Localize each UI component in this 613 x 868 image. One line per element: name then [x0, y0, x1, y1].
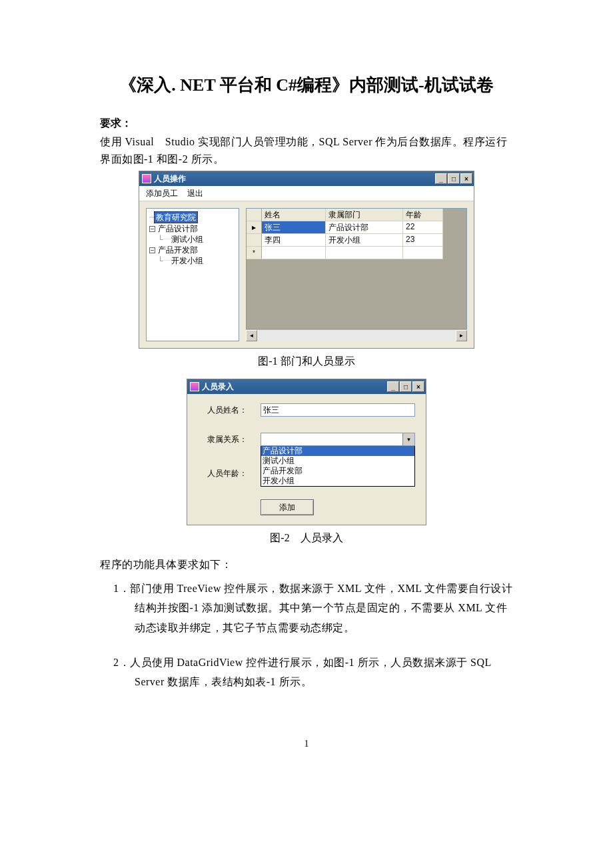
- form-body: 人员姓名： 张三 隶属关系： ▼ 产品设计部 测试小组 产品开发部 开发小组: [187, 394, 426, 525]
- person-grid[interactable]: 姓名 隶属部门 年龄 张三 产品设计部 22 李四 开发小组 23: [246, 208, 467, 329]
- department-tree[interactable]: ┈教育研究院 –产品设计部 └┈测试小组 –产品开发部 └┈开发小组: [146, 208, 239, 341]
- figure1-caption: 图-1 部门和人员显示: [100, 355, 513, 369]
- window-title: 人员录入: [202, 381, 386, 393]
- maximize-button[interactable]: □: [448, 173, 460, 184]
- scroll-right-button[interactable]: ►: [456, 330, 467, 341]
- grid-wrap: 姓名 隶属部门 年龄 张三 产品设计部 22 李四 开发小组 23: [246, 208, 467, 341]
- maximize-button[interactable]: □: [400, 381, 412, 392]
- menu-quit[interactable]: 退出: [187, 188, 203, 199]
- col-age[interactable]: 年龄: [403, 209, 443, 221]
- cell-age[interactable]: 23: [403, 234, 443, 247]
- grid-row-2[interactable]: 李四 开发小组 23: [247, 234, 466, 247]
- option-design[interactable]: 产品设计部: [261, 446, 414, 456]
- minimize-button[interactable]: _: [387, 381, 399, 392]
- tree-node-dev[interactable]: –产品开发部: [149, 245, 236, 255]
- col-name[interactable]: 姓名: [262, 209, 326, 221]
- col-dept[interactable]: 隶属部门: [326, 209, 403, 221]
- page-title: 《深入. NET 平台和 C#编程》内部测试-机试试卷: [100, 73, 513, 97]
- option-dev[interactable]: 产品开发部: [261, 466, 414, 476]
- label-relation: 隶属关系：: [207, 433, 261, 445]
- combo-text[interactable]: [261, 433, 402, 445]
- app-icon: [190, 382, 199, 391]
- row-header[interactable]: [247, 234, 262, 247]
- titlebar[interactable]: 人员操作 _ □ ×: [139, 171, 474, 186]
- grid-header: 姓名 隶属部门 年龄: [247, 209, 466, 221]
- cell[interactable]: [403, 247, 443, 259]
- menu-add-employee[interactable]: 添加员工: [146, 188, 178, 199]
- menu-bar: 添加员工 退出: [139, 186, 474, 201]
- option-test-team[interactable]: 测试小组: [261, 456, 414, 466]
- combo-relation[interactable]: ▼ 产品设计部 测试小组 产品开发部 开发小组: [261, 433, 415, 487]
- figure2-caption: 图-2 人员录入: [100, 531, 513, 545]
- titlebar[interactable]: 人员录入 _ □ ×: [187, 379, 426, 394]
- combo-box[interactable]: ▼: [261, 433, 415, 446]
- input-name[interactable]: 张三: [261, 403, 415, 417]
- requirements-intro: 程序的功能具体要求如下：: [100, 556, 513, 573]
- combo-dropdown[interactable]: 产品设计部 测试小组 产品开发部 开发小组: [261, 446, 415, 487]
- cell-age[interactable]: 22: [403, 221, 443, 234]
- scroll-left-button[interactable]: ◄: [246, 330, 257, 341]
- requirements-label: 要求：: [100, 117, 513, 131]
- tree-root[interactable]: ┈教育研究院: [149, 211, 236, 223]
- document-page: 《深入. NET 平台和 C#编程》内部测试-机试试卷 要求： 使用 Visua…: [0, 0, 613, 789]
- cell-name[interactable]: 李四: [262, 234, 326, 247]
- label-age: 人员年龄：: [207, 467, 261, 479]
- intro-text: 使用 Visual Studio 实现部门人员管理功能，SQL Server 作…: [100, 133, 513, 167]
- row-header-corner[interactable]: [247, 209, 262, 221]
- page-number: 1: [100, 739, 513, 749]
- cell[interactable]: [326, 247, 403, 259]
- horizontal-scrollbar[interactable]: ◄ ►: [246, 329, 467, 341]
- close-button[interactable]: ×: [460, 173, 472, 184]
- grid-row-1[interactable]: 张三 产品设计部 22: [247, 221, 466, 234]
- cell-dept[interactable]: 产品设计部: [326, 221, 403, 234]
- add-button[interactable]: 添加: [261, 499, 314, 515]
- window-person-ops: 人员操作 _ □ × 添加员工 退出 ┈教育研究院 –产品设计部 └┈测试小组 …: [139, 171, 474, 348]
- window-person-entry: 人员录入 _ □ × 人员姓名： 张三 隶属关系： ▼ 产品设计部: [187, 379, 426, 525]
- row-header[interactable]: [247, 221, 262, 234]
- option-dev-team[interactable]: 开发小组: [261, 476, 414, 486]
- cell-dept[interactable]: 开发小组: [326, 234, 403, 247]
- cell-name[interactable]: 张三: [262, 221, 326, 234]
- row-header-new[interactable]: [247, 247, 262, 259]
- scroll-track[interactable]: [257, 330, 456, 341]
- tree-node-test-team[interactable]: └┈测试小组: [149, 234, 236, 245]
- close-button[interactable]: ×: [412, 381, 424, 392]
- label-name: 人员姓名：: [207, 403, 261, 416]
- tree-node-dev-team[interactable]: └┈开发小组: [149, 255, 236, 266]
- tree-node-design[interactable]: –产品设计部: [149, 223, 236, 234]
- window-title: 人员操作: [154, 173, 434, 185]
- requirement-1: 1．部门使用 TreeView 控件展示，数据来源于 XML 文件，XML 文件…: [113, 579, 513, 638]
- grid-row-new[interactable]: [247, 247, 466, 259]
- minimize-button[interactable]: _: [435, 173, 447, 184]
- dropdown-icon[interactable]: ▼: [402, 433, 414, 445]
- cell[interactable]: [262, 247, 326, 259]
- app-icon: [142, 174, 151, 183]
- window-body: ┈教育研究院 –产品设计部 └┈测试小组 –产品开发部 └┈开发小组 姓名 隶属…: [139, 201, 474, 348]
- requirements-list: 1．部门使用 TreeView 控件展示，数据来源于 XML 文件，XML 文件…: [113, 579, 513, 692]
- row-name: 人员姓名： 张三: [207, 403, 415, 417]
- requirement-2: 2．人员使用 DataGridView 控件进行展示，如图-1 所示，人员数据来…: [113, 653, 513, 692]
